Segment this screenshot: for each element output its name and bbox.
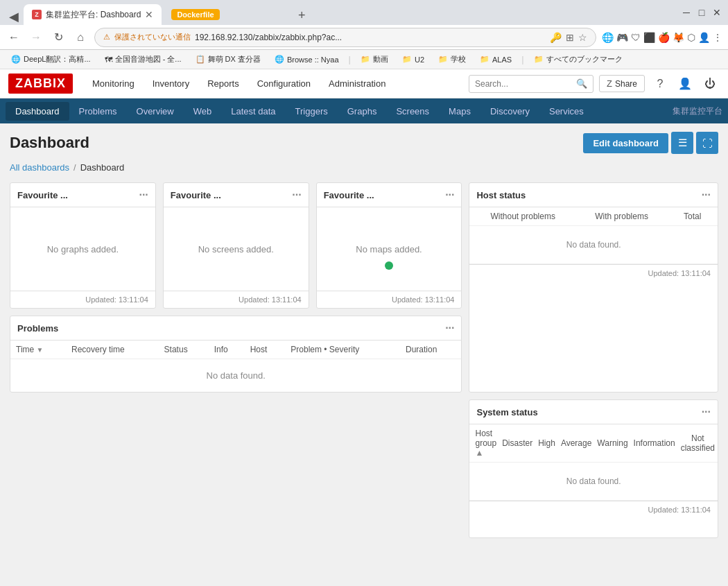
search-icon[interactable]: 🔍 [576,78,587,89]
subnav-services[interactable]: Services [539,102,593,121]
fav-graphs-menu-btn[interactable]: ··· [139,189,148,201]
nav-reports[interactable]: Reports [199,73,248,94]
bookmark-star-icon[interactable]: ☆ [578,32,587,43]
system-status-table: Host group ▲ Disaster High Average Warni… [469,424,718,501]
page-title: Dashboard [10,134,583,152]
problems-menu-btn[interactable]: ··· [445,322,454,334]
more-menu-icon[interactable]: ⋮ [713,32,722,43]
system-status-title: System status [476,407,537,417]
tab-close-btn[interactable]: ✕ [145,9,153,20]
help-icon[interactable]: ? [650,74,670,94]
back-btn[interactable]: ← [6,29,22,46]
header-right: 🔍 Z Share ? 👤 ⏻ [469,74,720,94]
subnav-discovery[interactable]: Discovery [480,102,539,121]
bookmark-deepl-label: DeepL翻訳：高精... [24,54,91,64]
host-status-widget: Host status ··· Without problems With pr… [469,182,718,393]
favourite-maps-widget: Favourite ... ··· No maps added. Updated… [316,182,462,309]
bookmark-alas[interactable]: 📁 ALAS [474,53,517,65]
subnav-latest-data[interactable]: Latest data [221,102,285,121]
dashboard-header: Dashboard Edit dashboard ☰ ⛶ [10,132,718,154]
bookmark-video-icon: 📁 [361,55,370,64]
bookmark-u2-label: U2 [415,55,424,64]
address-bar: ← → ↻ ⌂ ⚠ 保護されていない通信 192.168.92.130/zabb… [0,25,728,50]
fav-maps-menu-btn[interactable]: ··· [445,189,454,201]
url-box[interactable]: ⚠ 保護されていない通信 192.168.92.130/zabbix/zabbi… [94,28,596,47]
reload-btn[interactable]: ↻ [50,29,67,46]
nav-configuration[interactable]: Configuration [249,73,319,94]
power-icon[interactable]: ⏻ [700,74,720,94]
zabbix-logo: ZABBIX [8,74,73,94]
maximize-btn[interactable]: □ [696,7,707,18]
bookmark-u2[interactable]: 📁 U2 [397,53,430,65]
bookmark-map[interactable]: 🗺 全国音游地図 - 全... [99,53,187,66]
fav-screens-title: Favourite ... [171,190,221,200]
fav-screens-updated: Updated: 13:11:04 [239,295,302,304]
bookmark-deepl-icon: 🌐 [11,55,21,64]
breadcrumb-parent-link[interactable]: All dashboards [10,162,69,173]
fav-maps-title: Favourite ... [324,190,374,200]
fav-graphs-updated: Updated: 13:11:04 [85,295,148,304]
system-status-widget: System status ··· Host group ▲ Disaster [469,399,718,538]
search-input[interactable] [475,79,572,89]
edit-dashboard-btn[interactable]: Edit dashboard [583,133,668,153]
bookmark-dx[interactable]: 📋 舞萌 DX 査分器 [190,53,266,66]
bookmark-u2-icon: 📁 [402,55,412,64]
extension-7-icon[interactable]: ⬡ [687,32,695,43]
host-status-menu-btn[interactable]: ··· [702,189,711,201]
share-button[interactable]: Z Share [599,75,645,92]
subnav-triggers[interactable]: Triggers [286,102,338,121]
fav-graphs-empty-msg: No graphs added. [47,244,119,255]
home-btn[interactable]: ⌂ [72,29,89,46]
system-status-updated: Updated: 13:11:04 [648,506,711,514]
sub-nav: Dashboard Problems Overview Web Latest d… [0,98,728,123]
minimize-btn[interactable]: ─ [681,7,692,18]
bookmark-dx-label: 舞萌 DX 査分器 [208,54,261,64]
list-view-btn[interactable]: ☰ [671,132,693,154]
subnav-graphs[interactable]: Graphs [338,102,387,121]
window-controls: ─ □ ✕ [681,7,722,18]
new-tab-btn[interactable]: + [292,6,311,25]
nav-monitoring[interactable]: Monitoring [84,73,143,94]
docker-tab[interactable]: Dockerfile [163,4,288,25]
profile-icon[interactable]: 👤 [698,32,710,43]
fav-screens-menu-btn[interactable]: ··· [292,189,301,201]
forward-btn[interactable]: → [28,29,44,46]
tab-back-btn[interactable]: ◀ [6,8,22,25]
extension-translate-icon[interactable]: 🌐 [602,32,614,43]
subnav-problems[interactable]: Problems [69,102,127,121]
problems-no-data: No data found. [10,359,461,393]
extension-4-icon[interactable]: ⬛ [643,32,655,43]
bookmark-deepl[interactable]: 🌐 DeepL翻訳：高精... [6,53,96,66]
extension-5-icon[interactable]: 🍎 [658,32,670,43]
active-tab[interactable]: Z 集群监控平台: Dashboard ✕ [24,4,162,25]
user-icon[interactable]: 👤 [675,74,695,94]
system-status-body: Host group ▲ Disaster High Average Warni… [469,424,718,501]
url-icons: 🔑 ⊞ ☆ [550,32,587,43]
nav-administration[interactable]: Administration [320,73,394,94]
bookmark-nyaa[interactable]: 🌐 Browse :: Nyaa [269,53,345,65]
subnav-overview[interactable]: Overview [127,102,184,121]
subnav-screens[interactable]: Screens [386,102,439,121]
extension-6-icon[interactable]: 🦊 [673,32,684,43]
system-status-menu-btn[interactable]: ··· [702,406,711,418]
problems-col-problem: Problem • Severity [285,341,400,359]
password-icon: 🔑 [550,32,562,43]
bookmark-school[interactable]: 📁 学校 [433,53,471,66]
url-display: 192.168.92.130/zabbix/zabbix.php?ac... [195,33,546,42]
subnav-dashboard[interactable]: Dashboard [6,102,69,121]
problems-title: Problems [17,323,58,334]
bookmark-all[interactable]: 📁 すべてのブックマーク [528,53,628,66]
search-box[interactable]: 🔍 [469,75,593,93]
share-zabbix-icon: Z [607,78,612,89]
extension-2-icon[interactable]: 🎮 [616,32,628,43]
subnav-maps[interactable]: Maps [439,102,480,121]
nav-inventory[interactable]: Inventory [144,73,198,94]
bookmark-video[interactable]: 📁 動画 [355,53,394,66]
subnav-web[interactable]: Web [184,102,222,121]
security-warning-icon: ⚠ [103,33,110,42]
close-btn[interactable]: ✕ [711,7,722,18]
fav-maps-footer: Updated: 13:11:04 [317,291,462,308]
sys-col-group: Host group ▲ [469,424,499,463]
extension-3-icon[interactable]: 🛡 [631,32,641,43]
fullscreen-btn[interactable]: ⛶ [696,132,718,154]
